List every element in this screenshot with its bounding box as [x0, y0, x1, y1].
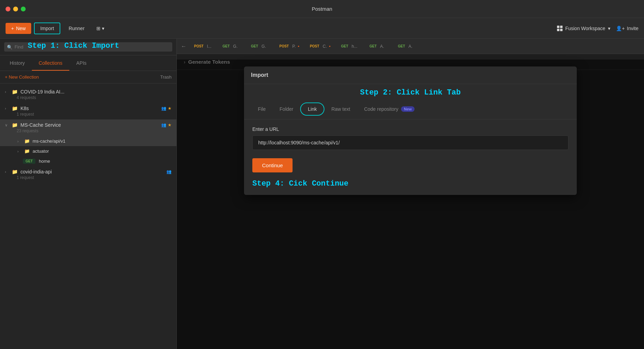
- import-tab-link[interactable]: Link: [300, 102, 324, 116]
- list-item[interactable]: › 📁 COVID-19 India AI... 4 requests: [0, 86, 176, 103]
- tab-item[interactable]: POST P. ●: [274, 43, 304, 50]
- chevron-down-icon: ∨: [5, 123, 9, 127]
- sidebar-actions: + New Collection Trash: [0, 71, 176, 83]
- tab-item[interactable]: POST l...: [189, 43, 216, 50]
- tab-item[interactable]: GET A.: [364, 43, 392, 50]
- chevron-down-icon: ▾: [102, 26, 104, 31]
- main-layout: 🔍 History Collections APIs + New Collect…: [0, 39, 644, 349]
- collection-meta: 1 request: [17, 175, 172, 180]
- layout-icon: ⊞: [96, 26, 101, 31]
- collection-name: covid-india-api: [20, 169, 164, 174]
- url-input-wrap: Step 3: Enter the URL: [252, 135, 568, 150]
- maximize-button[interactable]: [21, 7, 26, 11]
- tabs-row: ← POST l... GET G. GET G. POST P. ● POST…: [177, 39, 644, 54]
- tab-item[interactable]: GET h...: [336, 43, 363, 50]
- list-item[interactable]: › 📁 K8s 👥 ★ 1 request: [0, 103, 176, 119]
- tab-history[interactable]: History: [3, 55, 32, 71]
- collection-meta: 23 requests: [17, 128, 172, 133]
- collection-meta: 1 request: [17, 112, 172, 117]
- list-item[interactable]: › 📁 actuator: [0, 146, 176, 156]
- search-icon: 🔍: [7, 44, 12, 50]
- folder-icon: 📁: [12, 89, 18, 95]
- dot-indicator: ●: [329, 45, 331, 48]
- tab-item[interactable]: GET A.: [392, 43, 420, 50]
- import-panel-title: Import: [244, 66, 577, 84]
- continue-button[interactable]: Continue: [252, 158, 293, 172]
- invite-button[interactable]: 👤+ Invite: [616, 26, 638, 31]
- list-item[interactable]: › 📁 ms-cache/api/v1: [0, 136, 176, 146]
- folder-icon: 📁: [24, 149, 30, 154]
- chevron-right-icon: ›: [17, 149, 21, 153]
- chevron-right-icon: ›: [5, 90, 9, 94]
- plus-icon: +: [11, 26, 14, 31]
- request-name: home: [39, 159, 50, 164]
- sidebar: 🔍 History Collections APIs + New Collect…: [0, 39, 177, 349]
- import-tab-file[interactable]: File: [251, 103, 273, 115]
- list-item[interactable]: › 📁 covid-india-api 👥 1 request: [0, 166, 176, 183]
- toolbar: + New Import Runner ⊞ ▾ Step 1: Click Im…: [0, 18, 644, 39]
- import-tab-raw-text[interactable]: Raw text: [324, 103, 357, 115]
- collection-name: MS-Cache Service: [20, 122, 158, 128]
- folder-icon: 📁: [12, 106, 18, 111]
- close-button[interactable]: [6, 7, 10, 11]
- team-icon: 👥: [166, 169, 172, 174]
- url-label: Enter a URL: [252, 126, 568, 132]
- folder-name: ms-cache/api/v1: [33, 138, 66, 144]
- back-button[interactable]: ←: [180, 42, 188, 51]
- step4-annotation: Step 4: Cick Continue: [244, 178, 577, 195]
- method-label: GET: [397, 44, 407, 48]
- tab-item[interactable]: GET G.: [245, 43, 273, 50]
- sidebar-tabs: History Collections APIs: [0, 55, 176, 71]
- dot-indicator: ●: [298, 45, 299, 48]
- star-icon: ★: [168, 106, 172, 111]
- collection-name: K8s: [20, 106, 158, 111]
- collection-meta: 4 requests: [17, 95, 172, 100]
- tab-apis[interactable]: APIs: [69, 55, 94, 71]
- main-content: ← POST l... GET G. GET G. POST P. ● POST…: [177, 39, 644, 349]
- list-item[interactable]: ∨ 📁 MS-Cache Service 👥 ★ 23 requests: [0, 119, 176, 136]
- method-label: POST: [193, 44, 205, 48]
- collection-name: COVID-19 India AI...: [20, 89, 172, 95]
- star-icon: ★: [168, 123, 172, 127]
- workspace-switcher-button[interactable]: ⊞ ▾: [93, 23, 108, 34]
- workspace-selector[interactable]: Fusion Workspace ▾: [557, 26, 611, 31]
- import-modal-overlay: Import Step 2: Click Link Tab File Folde…: [177, 60, 644, 349]
- import-tab-folder[interactable]: Folder: [273, 103, 301, 115]
- new-button[interactable]: + New: [6, 23, 31, 34]
- new-collection-button[interactable]: + New Collection: [5, 74, 39, 80]
- search-input[interactable]: [4, 42, 172, 52]
- tab-item[interactable]: GET G.: [217, 43, 245, 50]
- traffic-lights: [6, 7, 26, 11]
- runner-button[interactable]: Runner: [63, 23, 90, 34]
- tab-collections[interactable]: Collections: [32, 55, 69, 71]
- folder-icon: 📁: [24, 138, 30, 144]
- chevron-down-icon: ▾: [608, 26, 610, 31]
- folder-name: actuator: [33, 149, 49, 154]
- import-tabs: File Folder Link Raw text Code repositor…: [244, 99, 577, 119]
- url-input[interactable]: [252, 135, 568, 150]
- chevron-right-icon: ›: [5, 170, 9, 174]
- trash-button[interactable]: Trash: [160, 74, 172, 80]
- minimize-button[interactable]: [13, 7, 18, 11]
- workspace-icon: [557, 26, 563, 31]
- method-label: GET: [221, 44, 231, 48]
- team-icon: 👥: [161, 106, 166, 111]
- new-badge: New: [401, 106, 415, 112]
- toolbar-right: Fusion Workspace ▾ 👤+ Invite: [557, 26, 638, 31]
- list-item[interactable]: GET home: [0, 156, 176, 166]
- import-panel: Import Step 2: Click Link Tab File Folde…: [244, 66, 577, 195]
- chevron-right-icon: ›: [17, 139, 21, 143]
- sidebar-search-area: 🔍: [0, 39, 176, 55]
- tab-item[interactable]: POST C. ●: [304, 43, 335, 50]
- folder-icon: 📁: [12, 169, 18, 174]
- step2-annotation: Step 2: Click Link Tab: [244, 84, 577, 99]
- import-tab-code-repository[interactable]: Code repository New: [357, 103, 421, 115]
- chevron-right-icon: ›: [5, 106, 9, 110]
- person-plus-icon: 👤+: [616, 26, 625, 31]
- app-title: Postman: [312, 6, 332, 12]
- import-button[interactable]: Import: [34, 23, 60, 34]
- method-badge: GET: [23, 159, 35, 164]
- method-label: POST: [308, 44, 321, 48]
- team-icon: 👥: [161, 123, 166, 127]
- url-section: Enter a URL Step 3: Enter the URL: [244, 119, 577, 157]
